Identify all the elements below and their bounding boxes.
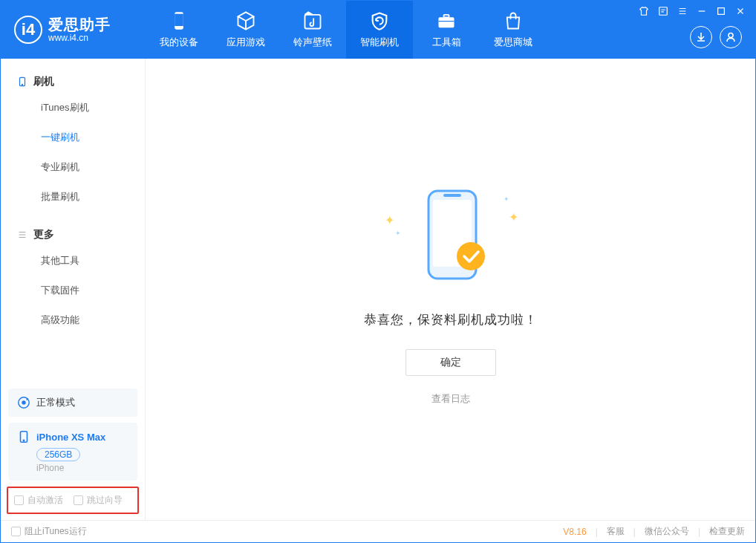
sidebar-item-other-tools[interactable]: 其他工具 (1, 246, 145, 276)
sidebar: 刷机 iTunes刷机 一键刷机 专业刷机 批量刷机 更多 其他工具 下载固件 … (1, 59, 146, 520)
list-icon (17, 230, 27, 240)
tab-apps[interactable]: 应用游戏 (212, 1, 279, 59)
refresh-shield-icon (369, 10, 390, 31)
svg-rect-7 (718, 8, 725, 15)
separator: | (633, 527, 636, 537)
phone-icon (169, 10, 189, 31)
wechat-link[interactable]: 微信公众号 (645, 525, 689, 538)
version-label: V8.16 (563, 527, 586, 537)
tab-label: 铃声壁纸 (293, 36, 332, 49)
checkbox-label: 跳过向导 (87, 494, 123, 507)
svg-rect-5 (439, 21, 454, 22)
logo: i4 爱思助手 www.i4.cn (1, 1, 146, 59)
tab-label: 我的设备 (160, 36, 198, 49)
toolbox-icon (436, 10, 457, 31)
svg-rect-4 (444, 15, 449, 17)
sparkle-icon: ✦ (509, 210, 518, 224)
download-button[interactable] (690, 26, 712, 48)
svg-point-14 (23, 440, 24, 440)
phone-success-icon (388, 185, 514, 289)
main-tabs: 我的设备 应用游戏 铃声壁纸 智能刷机 工具箱 爱思商城 (146, 1, 547, 59)
music-folder-icon (302, 10, 323, 31)
app-body: 刷机 iTunes刷机 一键刷机 专业刷机 批量刷机 更多 其他工具 下载固件 … (1, 59, 755, 520)
feedback-icon[interactable] (657, 5, 669, 17)
sidebar-item-oneclick-flash[interactable]: 一键刷机 (1, 123, 145, 152)
minimize-button[interactable] (696, 5, 708, 17)
bag-icon (503, 10, 524, 31)
sidebar-section-flash: 刷机 iTunes刷机 一键刷机 专业刷机 批量刷机 (1, 59, 145, 212)
checkbox-block-itunes[interactable]: 阻止iTunes运行 (11, 525, 87, 538)
sparkle-icon: ✦ (395, 230, 401, 237)
sidebar-header-more: 更多 (1, 219, 145, 246)
device-line: iPhone XS Max (17, 430, 128, 443)
tab-store[interactable]: 爱思商城 (480, 1, 547, 59)
checkbox-icon (74, 495, 83, 505)
success-message: 恭喜您，保资料刷机成功啦！ (364, 311, 538, 328)
tab-label: 应用游戏 (227, 36, 265, 49)
sidebar-item-itunes-flash[interactable]: iTunes刷机 (1, 93, 145, 123)
sparkle-icon: ✦ (504, 195, 509, 203)
main-content: ✦ ✦ ✦ ✦ 恭喜您，保资料刷机成功啦！ 确定 查看日志 (146, 59, 755, 520)
update-link[interactable]: 检查更新 (709, 525, 745, 538)
logo-text: 爱思助手 www.i4.cn (48, 16, 111, 43)
checkbox-auto-activate[interactable]: 自动激活 (14, 494, 63, 507)
tshirt-icon[interactable] (638, 5, 650, 17)
sidebar-item-pro-flash[interactable]: 专业刷机 (1, 152, 145, 182)
checkbox-icon (11, 527, 21, 536)
device-icon (17, 77, 27, 87)
svg-point-12 (22, 400, 25, 404)
close-button[interactable] (734, 5, 746, 17)
view-logs-link[interactable]: 查看日志 (431, 392, 470, 406)
options-row: 自动激活 跳过向导 (7, 487, 139, 514)
tab-label: 智能刷机 (360, 36, 399, 49)
device-capacity: 256GB (36, 448, 80, 461)
cube-icon (235, 10, 256, 31)
mode-label: 正常模式 (36, 396, 75, 409)
app-header: i4 爱思助手 www.i4.cn 我的设备 应用游戏 铃声壁纸 智能刷机 工具… (1, 1, 755, 59)
tab-ringtones[interactable]: 铃声壁纸 (279, 1, 346, 59)
device-name: iPhone XS Max (36, 432, 105, 443)
sidebar-item-advanced[interactable]: 高级功能 (1, 305, 145, 335)
device-card[interactable]: iPhone XS Max 256GB iPhone (8, 423, 137, 481)
tab-my-device[interactable]: 我的设备 (146, 1, 212, 59)
svg-point-10 (22, 84, 22, 85)
tab-label: 工具箱 (432, 36, 461, 49)
separator: | (698, 527, 700, 537)
section-title: 更多 (33, 228, 54, 241)
ok-button[interactable]: 确定 (405, 349, 496, 376)
svg-rect-1 (175, 14, 183, 26)
checkbox-label: 自动激活 (27, 494, 63, 507)
section-title: 刷机 (33, 75, 54, 88)
svg-rect-3 (439, 17, 454, 27)
logo-icon: i4 (14, 16, 42, 44)
header-right (638, 1, 755, 59)
separator: | (596, 527, 598, 537)
tab-label: 爱思商城 (494, 36, 532, 49)
sidebar-item-batch-flash[interactable]: 批量刷机 (1, 182, 145, 212)
menu-icon[interactable] (677, 5, 688, 17)
sparkle-icon: ✦ (385, 213, 394, 227)
window-controls (638, 5, 746, 17)
support-link[interactable]: 客服 (607, 525, 625, 538)
sidebar-bottom: 正常模式 iPhone XS Max 256GB iPhone 自动激活 跳过向… (1, 383, 145, 520)
checkbox-skip-guide[interactable]: 跳过向导 (74, 494, 123, 507)
mode-icon (17, 396, 30, 409)
footer: 阻止iTunes运行 V8.16 | 客服 | 微信公众号 | 检查更新 (1, 520, 755, 542)
sidebar-item-download-firmware[interactable]: 下载固件 (1, 276, 145, 305)
phone-small-icon (17, 430, 30, 443)
maximize-button[interactable] (715, 5, 727, 17)
account-button[interactable] (720, 26, 742, 48)
checkbox-icon (14, 495, 24, 505)
mode-card[interactable]: 正常模式 (8, 388, 137, 417)
success-illustration: ✦ ✦ ✦ ✦ (388, 185, 514, 289)
svg-point-8 (729, 33, 733, 38)
sidebar-section-more: 更多 其他工具 下载固件 高级功能 (1, 212, 145, 335)
device-type: iPhone (36, 463, 128, 473)
logo-en: www.i4.cn (48, 33, 111, 43)
tab-toolbox[interactable]: 工具箱 (413, 1, 480, 59)
svg-point-18 (457, 242, 485, 270)
svg-rect-17 (443, 194, 461, 197)
tab-flash[interactable]: 智能刷机 (346, 1, 413, 59)
account-row (690, 23, 746, 48)
footer-right: V8.16 | 客服 | 微信公众号 | 检查更新 (563, 525, 745, 538)
